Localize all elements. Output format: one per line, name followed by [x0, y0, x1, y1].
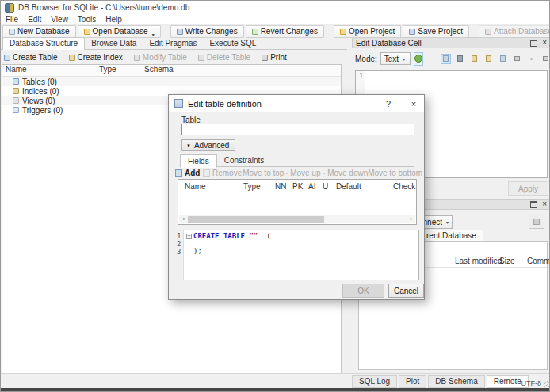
advanced-label: Advanced	[194, 141, 229, 150]
tab-db-schema[interactable]: DB Schema	[428, 375, 484, 388]
advanced-toggle-button[interactable]: ▼ Advanced	[181, 139, 235, 151]
create-index-button[interactable]: Create Index	[69, 53, 123, 62]
export-data-icon[interactable]	[483, 54, 494, 64]
menu-item-view[interactable]: View	[46, 15, 73, 24]
column-header-type[interactable]: Type	[99, 65, 144, 76]
tree-item-label: Triggers (0)	[22, 106, 63, 115]
remote-action-button[interactable]	[529, 215, 544, 229]
print-button[interactable]: Print	[262, 53, 287, 62]
main-toolbar: New Database Open Database ▾ Write Chang…	[1, 25, 550, 38]
fold-guide-line	[189, 240, 189, 247]
add-field-icon	[175, 169, 182, 177]
create-table-button[interactable]: Create Table	[4, 53, 58, 62]
fields-column-default[interactable]: Default	[336, 182, 361, 191]
sql-code[interactable]: −CREATE TABLE "" ( );	[184, 230, 271, 280]
mode-select[interactable]: Text ▾	[380, 52, 411, 65]
save-project-button[interactable]: Save Project	[403, 25, 469, 38]
horizontal-scrollbar[interactable]: ‹ ›	[179, 215, 415, 223]
scroll-left-arrow[interactable]: ‹	[179, 215, 188, 223]
open-database-dropdown-caret[interactable]: ▾	[152, 32, 155, 37]
float-panel-icon[interactable]	[530, 40, 537, 47]
column-header-commit[interactable]: Comm	[527, 257, 550, 265]
column-header-last-modified[interactable]: Last modified	[455, 257, 502, 265]
tab-fields[interactable]: Fields	[180, 154, 217, 168]
open-database-button[interactable]: Open Database ▾	[78, 25, 161, 38]
binary-mode-icon[interactable]	[455, 54, 465, 64]
fields-column-nn[interactable]: NN	[275, 182, 286, 191]
tab-browse-data[interactable]: Browse Data	[85, 38, 143, 49]
fullscreen-icon[interactable]	[512, 54, 522, 64]
dialog-tab-bar: Fields Constraints	[180, 154, 414, 167]
new-database-button[interactable]: New Database	[2, 25, 76, 38]
fields-column-u[interactable]: U	[323, 182, 328, 191]
bottom-bar: SQL Log Plot DB Schema Remote UTF-8	[1, 373, 550, 388]
close-panel-icon[interactable]: ×	[542, 39, 547, 47]
fields-column-check[interactable]: Check	[393, 182, 415, 191]
edit-table-definition-dialog: Edit table definition ? × Table ▼ Advanc…	[168, 94, 425, 300]
remote-action-icon	[533, 219, 540, 225]
title-bar: DB Browser for SQLite - C:\Users\turne\d…	[1, 1, 550, 14]
column-header-size[interactable]: Size	[499, 257, 514, 265]
move-down-label: Move down	[327, 169, 368, 177]
menu-item-tools[interactable]: Tools	[73, 15, 101, 24]
panel-title: Edit Database Cell	[356, 39, 422, 48]
tab-plot[interactable]: Plot	[399, 375, 426, 388]
resize-grip[interactable]	[544, 381, 550, 387]
text-mode-icon[interactable]	[441, 54, 451, 64]
fields-column-type[interactable]: Type	[243, 182, 261, 191]
tab-edit-pragmas[interactable]: Edit Pragmas	[143, 38, 203, 49]
revert-changes-icon	[252, 29, 258, 35]
attach-database-label: Attach Database	[494, 27, 550, 36]
panel-header: Edit Database Cell ×	[352, 37, 550, 48]
fields-column-pk[interactable]: PK	[292, 182, 303, 191]
move-up-label: Move up	[290, 169, 320, 177]
move-to-top-button: ▪ Move to top	[239, 169, 284, 177]
fields-column-ai[interactable]: AI	[308, 182, 315, 191]
fields-column-name[interactable]: Name	[185, 182, 206, 191]
encoding-status: UTF-8	[521, 379, 542, 387]
dialog-help-button[interactable]: ?	[378, 95, 399, 112]
tree-item-tables[interactable]: Tables (0)	[2, 77, 341, 86]
create-table-icon	[4, 55, 10, 61]
modify-table-label: Modify Table	[143, 53, 187, 62]
dialog-close-button[interactable]: ×	[403, 95, 424, 112]
move-up-button: ▪ Move up	[286, 169, 321, 177]
attach-database-icon	[485, 29, 491, 35]
move-to-bottom-icon: ▪	[364, 171, 365, 176]
new-database-label: New Database	[17, 27, 70, 36]
import-data-icon[interactable]	[469, 54, 479, 64]
column-header-name[interactable]: Name	[2, 65, 99, 76]
table-name-input[interactable]	[181, 124, 414, 135]
save-as-icon[interactable]	[498, 54, 508, 64]
tab-sql-log[interactable]: SQL Log	[352, 375, 397, 388]
tab-database-structure[interactable]: Database Structure	[2, 37, 85, 50]
create-index-icon	[69, 55, 75, 61]
remove-field-button: Remove	[203, 169, 242, 177]
cancel-button[interactable]: Cancel	[388, 284, 424, 298]
tab-constraints[interactable]: Constraints	[217, 154, 272, 166]
revert-changes-button[interactable]: Revert Changes	[246, 25, 324, 38]
menu-item-help[interactable]: Help	[101, 15, 127, 24]
float-panel-icon[interactable]	[530, 201, 537, 208]
apply-mode-button[interactable]	[414, 52, 423, 66]
revert-changes-label: Revert Changes	[261, 27, 318, 36]
close-panel-icon[interactable]: ×	[542, 200, 547, 208]
scroll-right-arrow[interactable]: ›	[407, 215, 415, 223]
column-header-schema[interactable]: Schema	[144, 65, 341, 76]
fold-marker-icon[interactable]: −	[186, 234, 192, 239]
tab-execute-sql[interactable]: Execute SQL	[203, 38, 262, 49]
add-field-label: Add	[185, 169, 200, 177]
menu-item-file[interactable]: File	[1, 15, 23, 24]
save-project-icon	[409, 29, 415, 35]
add-field-button[interactable]: Add	[175, 169, 200, 177]
print-cell-icon[interactable]	[540, 54, 550, 64]
scrollbar-thumb[interactable]	[188, 216, 324, 223]
open-database-icon	[84, 29, 90, 35]
mode-label: Mode:	[355, 55, 377, 63]
write-changes-label: Write Changes	[185, 27, 238, 36]
window-title: DB Browser for SQLite - C:\Users\turne\d…	[18, 3, 189, 12]
sql-preview-editor[interactable]: 1 2 3 −CREATE TABLE "" ( );	[174, 230, 419, 280]
menu-item-edit[interactable]: Edit	[23, 15, 46, 24]
open-project-button[interactable]: Open Project	[334, 25, 401, 38]
write-changes-button[interactable]: Write Changes	[170, 25, 244, 38]
